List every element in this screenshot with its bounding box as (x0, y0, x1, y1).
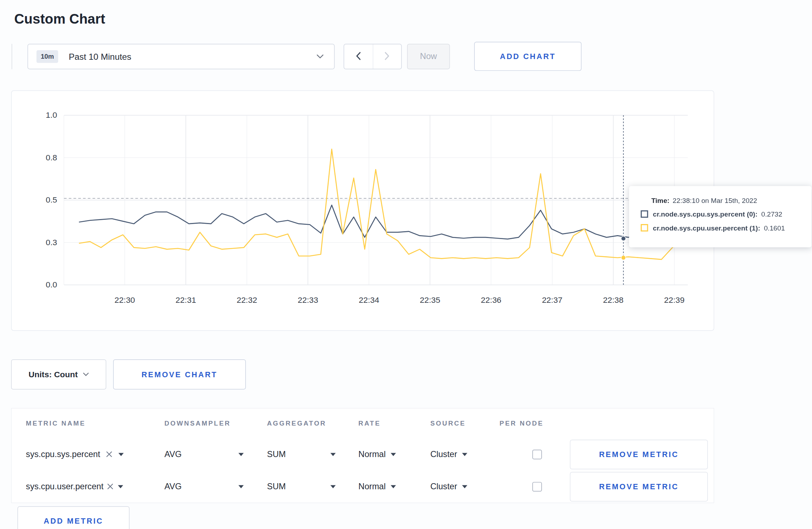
svg-text:22:35: 22:35 (420, 295, 440, 305)
source-value: Cluster (430, 482, 457, 491)
clear-metric-icon[interactable] (107, 484, 113, 489)
custom-chart-page: Custom Chart 10m Past 10 Minutes Now ADD… (0, 0, 812, 529)
column-header-downsampler: DOWNSAMPLER (164, 419, 267, 427)
tooltip-series-row: cr.node.sys.cpu.sys.percent (0): 0.2732 (641, 207, 803, 221)
rate-select[interactable]: Normal (358, 450, 430, 459)
per-node-checkbox[interactable] (532, 450, 542, 459)
table-row: sys.cpu.user.percent AVG SUM Normal Clus… (11, 470, 714, 503)
series-swatch-user (641, 224, 648, 232)
remove-metric-button[interactable]: REMOVE METRIC (570, 440, 708, 469)
add-chart-button[interactable]: ADD CHART (474, 42, 581, 71)
time-range-label: Past 10 Minutes (69, 52, 131, 62)
metrics-table: METRIC NAME DOWNSAMPLER AGGREGATOR RATE … (11, 408, 714, 503)
chevron-right-icon (385, 52, 390, 62)
tooltip-series-row: cr.node.sys.cpu.user.percent (1): 0.1601 (641, 221, 803, 234)
downsampler-select[interactable]: AVG (164, 482, 243, 491)
dropdown-caret-icon (330, 453, 336, 456)
source-select[interactable]: Cluster (430, 482, 499, 491)
cpu-line-chart[interactable]: 0.00.30.50.81.022:3022:3122:3222:3322:34… (11, 91, 714, 330)
remove-chart-button[interactable]: REMOVE CHART (113, 359, 246, 389)
toolbar-divider (11, 44, 12, 69)
svg-text:22:34: 22:34 (359, 295, 380, 305)
dropdown-caret-icon (391, 453, 396, 456)
svg-text:22:33: 22:33 (298, 295, 318, 305)
dropdown-caret-icon (118, 453, 124, 456)
remove-metric-button[interactable]: REMOVE METRIC (570, 472, 708, 501)
column-header-aggregator: AGGREGATOR (267, 419, 358, 427)
svg-text:22:30: 22:30 (115, 295, 135, 305)
column-header-per-node: PER NODE (499, 419, 570, 427)
aggregator-select[interactable]: SUM (267, 482, 336, 491)
units-label: Units: Count (29, 370, 78, 379)
time-range-select[interactable]: 10m Past 10 Minutes (28, 44, 335, 69)
dropdown-caret-icon (118, 485, 123, 488)
dropdown-caret-icon (238, 453, 244, 456)
svg-text:22:36: 22:36 (481, 295, 501, 305)
downsampler-value: AVG (164, 450, 182, 459)
now-button[interactable]: Now (407, 44, 450, 69)
prev-time-button[interactable] (344, 44, 372, 69)
svg-text:0.8: 0.8 (46, 153, 57, 162)
metric-name-select[interactable]: sys.cpu.sys.percent (26, 450, 164, 459)
svg-text:22:31: 22:31 (175, 295, 196, 305)
time-range-badge: 10m (37, 50, 58, 63)
dropdown-caret-icon (462, 485, 467, 488)
series-value: 0.1601 (764, 224, 785, 232)
page-title: Custom Chart (14, 11, 105, 28)
svg-text:0.5: 0.5 (46, 195, 57, 204)
svg-text:22:39: 22:39 (664, 295, 685, 305)
svg-text:1.0: 1.0 (46, 110, 57, 120)
column-header-source: SOURCE (430, 419, 499, 427)
chevron-down-icon (316, 54, 323, 59)
rate-value: Normal (358, 482, 386, 491)
source-value: Cluster (430, 450, 457, 459)
column-header-metric-name: METRIC NAME (26, 419, 164, 427)
chevron-left-icon (356, 52, 361, 62)
series-swatch-sys (641, 210, 648, 218)
rate-value: Normal (358, 450, 386, 459)
dropdown-caret-icon (462, 453, 467, 456)
dropdown-caret-icon (391, 485, 396, 488)
rate-select[interactable]: Normal (358, 482, 430, 491)
column-header-rate: RATE (358, 419, 430, 427)
downsampler-value: AVG (164, 482, 182, 491)
dropdown-caret-icon (330, 485, 336, 488)
downsampler-select[interactable]: AVG (164, 450, 243, 459)
aggregator-value: SUM (267, 450, 286, 459)
metric-name-value: sys.cpu.sys.percent (26, 450, 100, 459)
time-pager (344, 44, 402, 69)
aggregator-value: SUM (267, 482, 286, 491)
next-time-button[interactable] (373, 44, 401, 69)
tooltip-time-label: Time: (651, 196, 670, 204)
series-value: 0.2732 (761, 210, 782, 218)
svg-text:22:37: 22:37 (542, 295, 562, 305)
dropdown-caret-icon (238, 485, 244, 488)
metric-name-value: sys.cpu.user.percent (26, 482, 103, 491)
metrics-table-header: METRIC NAME DOWNSAMPLER AGGREGATOR RATE … (11, 408, 714, 438)
add-metric-button[interactable]: ADD METRIC (18, 506, 130, 529)
svg-text:0.3: 0.3 (46, 238, 57, 247)
series-label: cr.node.sys.cpu.sys.percent (0): (653, 210, 758, 218)
svg-text:22:32: 22:32 (237, 295, 257, 305)
tooltip-time-value: 22:38:10 on Mar 15th, 2022 (673, 196, 757, 204)
per-node-checkbox[interactable] (532, 482, 542, 491)
clear-metric-icon[interactable] (106, 451, 112, 457)
series-label: cr.node.sys.cpu.user.percent (1): (653, 224, 760, 232)
chevron-down-icon (83, 373, 89, 376)
svg-text:22:38: 22:38 (603, 295, 623, 305)
source-select[interactable]: Cluster (430, 450, 499, 459)
chart-tooltip: Time: 22:38:10 on Mar 15th, 2022 cr.node… (629, 186, 811, 247)
aggregator-select[interactable]: SUM (267, 450, 336, 459)
units-select-button[interactable]: Units: Count (11, 359, 106, 389)
table-row: sys.cpu.sys.percent AVG SUM Normal Clust… (11, 438, 714, 470)
chart-card: 0.00.30.50.81.022:3022:3122:3222:3322:34… (11, 90, 714, 331)
svg-text:0.0: 0.0 (46, 280, 57, 289)
metric-name-select[interactable]: sys.cpu.user.percent (26, 482, 164, 491)
